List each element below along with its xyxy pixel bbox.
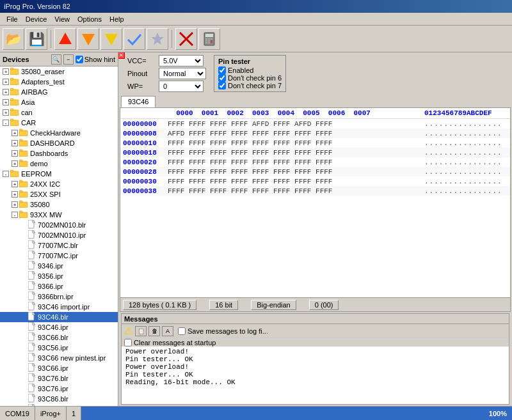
hex-row[interactable]: 00000030FFFF FFFF FFFF FFFF FFFF FFFF FF… [120,176,510,186]
expand-icon[interactable]: + [12,150,18,157]
expand-icon[interactable]: + [3,109,9,116]
tree-item-93c66_new[interactable]: 93C66 new pintest.ipr [0,353,118,363]
status-tab[interactable]: iProg+ [35,407,67,420]
tree-item-35080_eraser[interactable]: +35080_eraser [0,66,118,77]
tree-item-asia[interactable]: +Asia [0,97,118,107]
pinout-select[interactable]: Normal Reversed [159,68,206,79]
read-button[interactable] [54,28,76,50]
tree-item-93c76_blr[interactable]: 93C76.blr [0,373,118,384]
expand-icon[interactable]: - [3,120,9,126]
write-button[interactable] [77,28,99,50]
tree-item-77007mc_blr[interactable]: 77007MC.blr [0,240,118,251]
vcc-select[interactable]: 5.0V 3.3V [159,55,204,66]
tree-item-93c46_ipr[interactable]: 93C46.ipr [0,322,118,332]
expand-icon[interactable]: + [12,140,18,146]
expand-icon[interactable]: + [12,181,18,187]
tree-item-77007mc_ipr[interactable]: 77007MC.ipr [0,251,118,261]
tree-label: 9366.ipr [38,283,63,290]
tree-item-7002mn010_blr[interactable]: 7002MN010.blr [0,220,118,230]
expand-icon[interactable]: + [3,79,9,85]
save-log-checkbox[interactable] [178,327,186,335]
open-button[interactable]: 📂 [3,28,24,50]
tree-container[interactable]: +35080_eraser+Adapters_test+AIRBAG+Asia+… [0,66,118,406]
dont-check-pin7-checkbox[interactable] [218,82,226,89]
hex-row[interactable]: 00000010FFFF FFFF FFFF FFFF FFFF FFFF FF… [120,138,510,148]
dont-check-pin7-row[interactable]: Don't check pin 7 [218,82,282,89]
tree-item-demo[interactable]: +demo [0,159,118,169]
msg-copy-btn[interactable]: 📋 [135,326,147,336]
hex-row[interactable]: 00000018FFFF FFFF FFFF FFFF FFFF FFFF FF… [120,148,510,157]
tree-item-93c46_blr[interactable]: 93C46.blr [0,312,118,322]
expand-icon[interactable]: + [12,130,18,136]
save-log-row[interactable]: Save messages to log fi... [178,327,268,335]
menu-view[interactable]: View [51,15,74,24]
expand-icon[interactable]: + [12,160,18,167]
check-button[interactable] [124,28,145,50]
hex-row[interactable]: 00000038FFFF FFFF FFFF FFFF FFFF FFFF FF… [120,186,510,196]
tree-item-9356_ipr[interactable]: 9356.ipr [0,271,118,281]
pin-tester-enabled-checkbox[interactable] [218,66,226,74]
erase-button[interactable] [175,28,197,50]
msg-font-btn[interactable]: A [162,326,173,336]
status-progress: 100% [81,407,512,420]
tree-item-eeprom[interactable]: -EEPROM [0,169,118,179]
tree-item-93c46_import[interactable]: 93C46 import.ipr [0,302,118,312]
tree-item-7002mn010_ipr[interactable]: 7002MN010.ipr [0,230,118,240]
calc-button[interactable] [198,28,220,50]
dont-check-pin6-row[interactable]: Don't check pin 6 [218,74,282,82]
menu-device[interactable]: Device [22,15,51,24]
menu-file[interactable]: File [3,15,22,24]
hex-row[interactable]: 00000020FFFF FFFF FFFF FFFF FFFF FFFF FF… [120,157,510,167]
verify-button[interactable] [100,28,122,50]
msg-clear-btn[interactable]: 🗑 [148,326,160,336]
hex-tab[interactable]: 93C46 [121,96,156,107]
tree-item-93c86_ipr[interactable]: 93C86.ipr [0,404,118,406]
save-button[interactable]: 💾 [26,28,47,50]
pin-tester-enabled-row[interactable]: Enabled [218,66,282,74]
tree-item-9346_ipr[interactable]: 9346.ipr [0,261,118,271]
tree-item-9366_ipr[interactable]: 9366.ipr [0,281,118,292]
tree-item-93c76_ipr[interactable]: 93C76.ipr [0,384,118,394]
tree-item-car[interactable]: -CAR [0,118,118,128]
tree-collapse-btn[interactable]: − [63,54,74,65]
tree-item-airbag[interactable]: +AIRBAG [0,87,118,97]
tree-item-93c66_ipr[interactable]: 93C66.ipr [0,363,118,373]
auto-icon [150,31,165,47]
tree-item-35080[interactable]: +35080 [0,199,118,210]
tree-item-can[interactable]: +can [0,107,118,118]
expand-icon[interactable]: + [3,99,9,105]
menu-help[interactable]: Help [106,15,128,24]
tree-item-24xx_i2c[interactable]: +24XX I2C [0,179,118,189]
expand-icon[interactable]: + [3,68,9,75]
tree-search-btn[interactable]: 🔍 [51,54,61,65]
show-hint-checkbox[interactable] [76,56,83,63]
wp-select[interactable]: 0 1 [159,81,204,92]
dont-check-pin6-checkbox[interactable] [218,74,226,82]
hex-row[interactable]: 00000000FFFF FFFF FFFF FFFF AFFD FFFF AF… [120,119,510,128]
tree-item-93c86_blr[interactable]: 93C86.blr [0,394,118,404]
tree-item-25xx_spi[interactable]: +25XX SPI [0,189,118,199]
hex-row[interactable]: 00000028FFFF FFFF FFFF FFFF FFFF FFFF FF… [120,167,510,176]
expand-icon[interactable]: - [12,212,18,218]
close-panel-button[interactable]: ✕ [118,52,125,59]
hex-row[interactable]: 00000008AFFD FFFF FFFF FFFF FFFF FFFF FF… [120,128,510,138]
menu-options[interactable]: Options [74,15,106,24]
auto-button[interactable] [147,28,168,50]
expand-icon[interactable]: + [3,89,9,95]
tree-item-checkhardware[interactable]: +CheckHardware [0,128,118,138]
clear-at-startup-row[interactable]: Clear messages at startup [124,339,216,346]
tree-item-93c56_ipr[interactable]: 93C56.ipr [0,343,118,353]
vcc-label: VCC= [127,57,156,65]
tree-item-9366brn_ipr[interactable]: 9366brn.ipr [0,292,118,302]
tree-item-93xx_mw[interactable]: -93XX MW [0,210,118,220]
tree-item-adapters_test[interactable]: +Adapters_test [0,77,118,87]
expand-icon[interactable]: + [12,191,18,198]
svg-rect-10 [211,38,212,40]
tree-item-dashboards[interactable]: +Dashboards [0,148,118,159]
show-hint-label[interactable]: Show hint [76,56,115,63]
tree-item-93c66_blr[interactable]: 93C66.blr [0,332,118,343]
tree-item-dashboard[interactable]: +DASHBOARD [0,138,118,148]
clear-at-startup-checkbox[interactable] [124,339,132,346]
expand-icon[interactable]: - [3,171,9,177]
expand-icon[interactable]: + [12,201,18,208]
